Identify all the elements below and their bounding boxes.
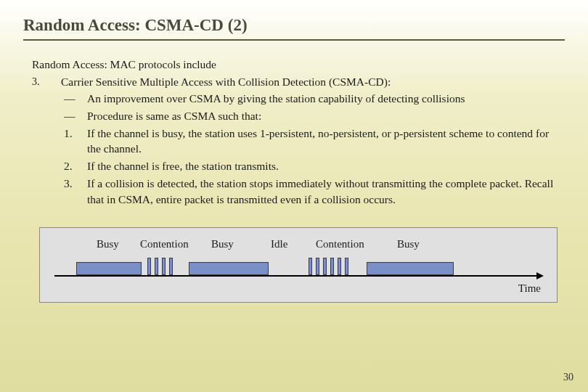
slide: Random Access: CSMA-CD (2) Random Access… bbox=[0, 0, 588, 303]
sub-item: — Procedure is same as CSMA such that: bbox=[61, 108, 565, 124]
contention-bar bbox=[169, 258, 173, 275]
sub-text: If the channel is busy, the station uses… bbox=[87, 126, 565, 157]
sub-text: An improvement over CSMA by giving the s… bbox=[87, 91, 565, 107]
contention-bar bbox=[338, 258, 341, 275]
list-body: Carrier Sensitive Multiple Access with C… bbox=[61, 74, 565, 209]
sub-text: Procedure is same as CSMA such that: bbox=[87, 108, 565, 124]
sub-list: — An improvement over CSMA by giving the… bbox=[61, 91, 565, 207]
contention-bar bbox=[162, 258, 166, 275]
sub-item: 2. If the channel is free, the station t… bbox=[61, 158, 565, 174]
label-contention: Contention bbox=[140, 237, 211, 252]
label-busy: Busy bbox=[211, 237, 271, 252]
sub-marker: 3. bbox=[61, 176, 87, 207]
busy-block bbox=[367, 262, 454, 275]
sub-item: 1. If the channel is busy, the station u… bbox=[61, 126, 565, 157]
arrow-right-icon bbox=[536, 272, 544, 279]
contention-bar bbox=[155, 258, 158, 275]
diagram-labels: Busy Contention Busy Idle Contention Bus… bbox=[54, 237, 542, 252]
intro-line: Random Access: MAC protocols include bbox=[32, 57, 565, 73]
sub-marker: 1. bbox=[61, 126, 87, 157]
content-area: Random Access: MAC protocols include 3. … bbox=[23, 57, 565, 303]
contention-bar bbox=[316, 258, 319, 275]
label-contention: Contention bbox=[316, 237, 397, 252]
timeline-axis bbox=[54, 255, 542, 277]
label-idle: Idle bbox=[271, 237, 316, 252]
timeline-diagram: Busy Contention Busy Idle Contention Bus… bbox=[39, 227, 558, 303]
contention-bar bbox=[330, 258, 334, 275]
busy-block bbox=[76, 262, 142, 275]
sub-item: — An improvement over CSMA by giving the… bbox=[61, 91, 565, 107]
list-marker: 3. bbox=[32, 74, 61, 209]
sub-text: If a collision is detected, the station … bbox=[87, 176, 565, 207]
contention-bar bbox=[147, 258, 151, 275]
time-axis-label: Time bbox=[54, 281, 542, 296]
slide-title: Random Access: CSMA-CD (2) bbox=[23, 16, 565, 41]
sub-text: If the channel is free, the station tran… bbox=[87, 158, 565, 174]
sub-item: 3. If a collision is detected, the stati… bbox=[61, 176, 565, 207]
list-item-3: 3. Carrier Sensitive Multiple Access wit… bbox=[32, 74, 565, 209]
page-number: 30 bbox=[563, 372, 573, 383]
busy-block bbox=[189, 262, 269, 275]
label-busy: Busy bbox=[97, 237, 140, 252]
contention-bar bbox=[309, 258, 312, 275]
label-busy: Busy bbox=[397, 237, 420, 252]
contention-bar bbox=[323, 258, 327, 275]
sub-marker: 2. bbox=[61, 158, 87, 174]
contention-bar bbox=[345, 258, 348, 275]
sub-marker: — bbox=[61, 108, 87, 124]
item-3-text: Carrier Sensitive Multiple Access with C… bbox=[61, 74, 565, 90]
sub-marker: — bbox=[61, 91, 87, 107]
